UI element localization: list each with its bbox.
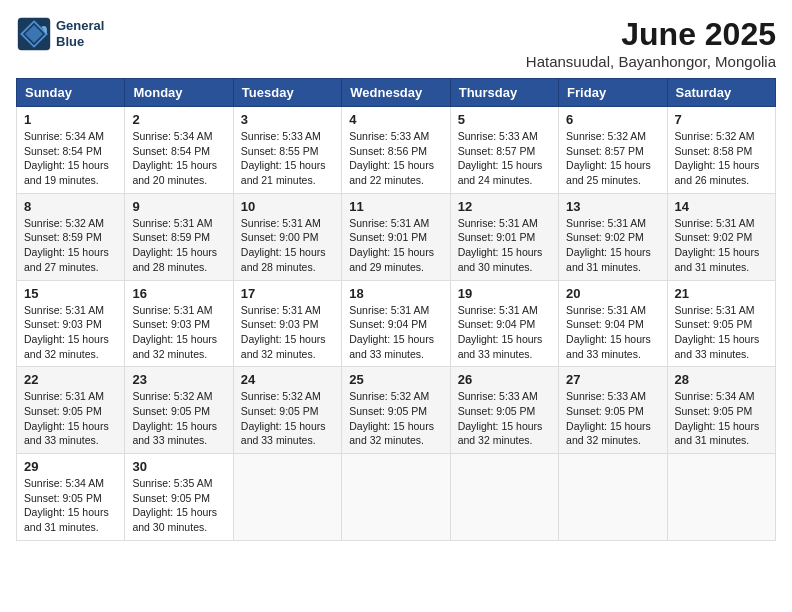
day-number: 1: [24, 112, 117, 127]
day-number: 17: [241, 286, 334, 301]
header-saturday: Saturday: [667, 79, 775, 107]
day-info: Sunrise: 5:33 AMSunset: 9:05 PMDaylight:…: [458, 389, 551, 448]
day-number: 11: [349, 199, 442, 214]
day-number: 24: [241, 372, 334, 387]
table-row: [342, 454, 450, 541]
day-number: 4: [349, 112, 442, 127]
logo: General Blue: [16, 16, 104, 52]
header-row: Sunday Monday Tuesday Wednesday Thursday…: [17, 79, 776, 107]
day-number: 8: [24, 199, 117, 214]
day-number: 3: [241, 112, 334, 127]
calendar-subtitle: Hatansuudal, Bayanhongor, Mongolia: [526, 53, 776, 70]
day-info: Sunrise: 5:34 AMSunset: 9:05 PMDaylight:…: [675, 389, 768, 448]
title-area: June 2025 Hatansuudal, Bayanhongor, Mong…: [526, 16, 776, 70]
header: General Blue June 2025 Hatansuudal, Baya…: [16, 16, 776, 70]
table-row: 28 Sunrise: 5:34 AMSunset: 9:05 PMDaylig…: [667, 367, 775, 454]
table-row: [450, 454, 558, 541]
table-row: 18 Sunrise: 5:31 AMSunset: 9:04 PMDaylig…: [342, 280, 450, 367]
logo-icon: [16, 16, 52, 52]
day-info: Sunrise: 5:31 AMSunset: 9:01 PMDaylight:…: [458, 216, 551, 275]
day-info: Sunrise: 5:31 AMSunset: 9:00 PMDaylight:…: [241, 216, 334, 275]
header-monday: Monday: [125, 79, 233, 107]
header-sunday: Sunday: [17, 79, 125, 107]
day-number: 20: [566, 286, 659, 301]
day-number: 22: [24, 372, 117, 387]
table-row: 10 Sunrise: 5:31 AMSunset: 9:00 PMDaylig…: [233, 193, 341, 280]
table-row: 22 Sunrise: 5:31 AMSunset: 9:05 PMDaylig…: [17, 367, 125, 454]
day-number: 29: [24, 459, 117, 474]
day-number: 12: [458, 199, 551, 214]
day-number: 23: [132, 372, 225, 387]
table-row: 9 Sunrise: 5:31 AMSunset: 8:59 PMDayligh…: [125, 193, 233, 280]
table-row: 27 Sunrise: 5:33 AMSunset: 9:05 PMDaylig…: [559, 367, 667, 454]
table-row: 23 Sunrise: 5:32 AMSunset: 9:05 PMDaylig…: [125, 367, 233, 454]
day-info: Sunrise: 5:31 AMSunset: 9:04 PMDaylight:…: [458, 303, 551, 362]
table-row: 24 Sunrise: 5:32 AMSunset: 9:05 PMDaylig…: [233, 367, 341, 454]
table-row: 15 Sunrise: 5:31 AMSunset: 9:03 PMDaylig…: [17, 280, 125, 367]
header-wednesday: Wednesday: [342, 79, 450, 107]
table-row: 17 Sunrise: 5:31 AMSunset: 9:03 PMDaylig…: [233, 280, 341, 367]
table-row: 12 Sunrise: 5:31 AMSunset: 9:01 PMDaylig…: [450, 193, 558, 280]
day-info: Sunrise: 5:32 AMSunset: 8:57 PMDaylight:…: [566, 129, 659, 188]
table-row: 20 Sunrise: 5:31 AMSunset: 9:04 PMDaylig…: [559, 280, 667, 367]
table-row: 16 Sunrise: 5:31 AMSunset: 9:03 PMDaylig…: [125, 280, 233, 367]
day-info: Sunrise: 5:31 AMSunset: 9:05 PMDaylight:…: [675, 303, 768, 362]
header-tuesday: Tuesday: [233, 79, 341, 107]
table-row: 21 Sunrise: 5:31 AMSunset: 9:05 PMDaylig…: [667, 280, 775, 367]
day-number: 18: [349, 286, 442, 301]
day-info: Sunrise: 5:31 AMSunset: 8:59 PMDaylight:…: [132, 216, 225, 275]
day-info: Sunrise: 5:32 AMSunset: 9:05 PMDaylight:…: [132, 389, 225, 448]
day-number: 9: [132, 199, 225, 214]
table-row: 19 Sunrise: 5:31 AMSunset: 9:04 PMDaylig…: [450, 280, 558, 367]
day-info: Sunrise: 5:33 AMSunset: 8:55 PMDaylight:…: [241, 129, 334, 188]
header-thursday: Thursday: [450, 79, 558, 107]
day-info: Sunrise: 5:31 AMSunset: 9:02 PMDaylight:…: [675, 216, 768, 275]
day-number: 19: [458, 286, 551, 301]
day-number: 2: [132, 112, 225, 127]
logo-text: General Blue: [56, 18, 104, 49]
table-row: 8 Sunrise: 5:32 AMSunset: 8:59 PMDayligh…: [17, 193, 125, 280]
table-row: 30 Sunrise: 5:35 AMSunset: 9:05 PMDaylig…: [125, 454, 233, 541]
table-row: [559, 454, 667, 541]
day-number: 13: [566, 199, 659, 214]
calendar-title: June 2025: [526, 16, 776, 53]
day-info: Sunrise: 5:31 AMSunset: 9:03 PMDaylight:…: [241, 303, 334, 362]
day-number: 30: [132, 459, 225, 474]
day-info: Sunrise: 5:31 AMSunset: 9:05 PMDaylight:…: [24, 389, 117, 448]
table-row: 13 Sunrise: 5:31 AMSunset: 9:02 PMDaylig…: [559, 193, 667, 280]
day-info: Sunrise: 5:34 AMSunset: 9:05 PMDaylight:…: [24, 476, 117, 535]
table-row: 5 Sunrise: 5:33 AMSunset: 8:57 PMDayligh…: [450, 107, 558, 194]
day-info: Sunrise: 5:34 AMSunset: 8:54 PMDaylight:…: [132, 129, 225, 188]
day-info: Sunrise: 5:32 AMSunset: 9:05 PMDaylight:…: [349, 389, 442, 448]
day-info: Sunrise: 5:33 AMSunset: 8:57 PMDaylight:…: [458, 129, 551, 188]
table-row: 2 Sunrise: 5:34 AMSunset: 8:54 PMDayligh…: [125, 107, 233, 194]
day-info: Sunrise: 5:31 AMSunset: 9:04 PMDaylight:…: [566, 303, 659, 362]
table-row: [667, 454, 775, 541]
header-friday: Friday: [559, 79, 667, 107]
day-number: 15: [24, 286, 117, 301]
day-info: Sunrise: 5:31 AMSunset: 9:03 PMDaylight:…: [132, 303, 225, 362]
day-number: 16: [132, 286, 225, 301]
table-row: 7 Sunrise: 5:32 AMSunset: 8:58 PMDayligh…: [667, 107, 775, 194]
day-number: 27: [566, 372, 659, 387]
day-info: Sunrise: 5:32 AMSunset: 8:59 PMDaylight:…: [24, 216, 117, 275]
table-row: 14 Sunrise: 5:31 AMSunset: 9:02 PMDaylig…: [667, 193, 775, 280]
day-info: Sunrise: 5:31 AMSunset: 9:02 PMDaylight:…: [566, 216, 659, 275]
day-info: Sunrise: 5:31 AMSunset: 9:01 PMDaylight:…: [349, 216, 442, 275]
day-number: 5: [458, 112, 551, 127]
day-number: 21: [675, 286, 768, 301]
day-number: 6: [566, 112, 659, 127]
day-info: Sunrise: 5:33 AMSunset: 8:56 PMDaylight:…: [349, 129, 442, 188]
table-row: 3 Sunrise: 5:33 AMSunset: 8:55 PMDayligh…: [233, 107, 341, 194]
day-info: Sunrise: 5:34 AMSunset: 8:54 PMDaylight:…: [24, 129, 117, 188]
table-row: 26 Sunrise: 5:33 AMSunset: 9:05 PMDaylig…: [450, 367, 558, 454]
day-info: Sunrise: 5:31 AMSunset: 9:03 PMDaylight:…: [24, 303, 117, 362]
day-number: 7: [675, 112, 768, 127]
table-row: 1 Sunrise: 5:34 AMSunset: 8:54 PMDayligh…: [17, 107, 125, 194]
table-row: 11 Sunrise: 5:31 AMSunset: 9:01 PMDaylig…: [342, 193, 450, 280]
calendar-table: Sunday Monday Tuesday Wednesday Thursday…: [16, 78, 776, 541]
table-row: 4 Sunrise: 5:33 AMSunset: 8:56 PMDayligh…: [342, 107, 450, 194]
day-info: Sunrise: 5:35 AMSunset: 9:05 PMDaylight:…: [132, 476, 225, 535]
table-row: 25 Sunrise: 5:32 AMSunset: 9:05 PMDaylig…: [342, 367, 450, 454]
day-number: 25: [349, 372, 442, 387]
